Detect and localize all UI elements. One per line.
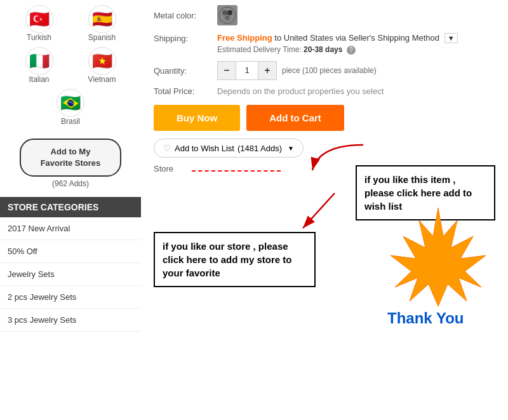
starburst-icon [387,205,489,306]
brasil-flag-icon: 🇧🇷 [57,89,84,117]
add-to-wishlist-button[interactable]: ♡ Add to Wish List (1481 Adds) ▼ [154,139,304,158]
shipping-dropdown[interactable]: ▼ [444,33,458,43]
metal-color-row: Metal color: [154,5,498,25]
thank-you-text: Thank You !!! [387,308,464,332]
store-annotation-box: if you like our store , please click her… [154,232,316,287]
shipping-label: Shipping: [154,33,217,43]
category-item-50off[interactable]: 50% Off [0,240,141,263]
flag-label-vietnam: Vietnam [88,75,116,84]
italian-flag-icon: 🇮🇹 [25,47,53,75]
svg-point-2 [227,10,232,15]
flag-label-turkish: Turkish [27,33,51,42]
shipping-info: Free Shipping to United States via Selle… [217,33,498,55]
category-item-new-arrival[interactable]: 2017 New Arrival [0,217,141,240]
metal-color-swatch[interactable] [217,5,237,25]
help-icon[interactable]: ? [347,46,356,55]
buy-now-button[interactable]: Buy Now [154,105,240,131]
quantity-increase-button[interactable]: + [258,62,276,79]
fav-adds-count: (962 Adds) [52,179,89,188]
category-list: 2017 New Arrival 50% Off Jewelry Sets 2 … [0,217,141,332]
quantity-note: piece (100 pieces available) [282,66,377,75]
spanish-flag-icon: 🇪🇸 [88,5,116,33]
metal-swatch-icon [218,6,236,24]
store-link-line [192,170,281,172]
add-to-cart-button[interactable]: Add to Cart [246,105,344,131]
store-label: Store [154,164,192,173]
vietnam-flag-icon: 🇻🇳 [88,47,116,75]
svg-point-3 [225,15,230,20]
svg-marker-7 [391,208,486,306]
main-content: Metal color: Shipping: Free Shipping to … [141,0,508,332]
delivery-time-row: Estimated Delivery Time: 20-38 days ? [217,45,498,55]
flag-item-brasil[interactable]: 🇧🇷 Brasil [57,89,84,126]
quantity-label: Quantity: [154,66,217,76]
quantity-row: Quantity: − 1 + piece (100 pieces availa… [154,61,498,80]
flag-grid: 🇹🇷 Turkish 🇪🇸 Spanish 🇮🇹 Italian 🇻🇳 Viet… [0,0,141,133]
flag-item-turkish[interactable]: 🇹🇷 Turkish [10,5,68,42]
svg-point-1 [222,10,227,15]
category-item-jewelry-sets[interactable]: Jewelry Sets [0,263,141,286]
metal-color-label: Metal color: [154,11,217,20]
flag-label-italian: Italian [29,75,49,84]
total-price-row: Total Price: Depends on the product prop… [154,86,498,96]
shipping-free-text: Free Shipping to United States via Selle… [217,33,498,43]
total-price-value: Depends on the product properties you se… [217,86,384,96]
sidebar: 🇹🇷 Turkish 🇪🇸 Spanish 🇮🇹 Italian 🇻🇳 Viet… [0,0,141,332]
add-favorite-stores-button[interactable]: Add to My Favorite Stores [20,139,121,177]
store-arrow-icon [297,187,347,238]
total-price-label: Total Price: [154,86,217,96]
flag-label-brasil: Brasil [61,117,80,126]
add-fav-wrapper: Add to My Favorite Stores (962 Adds) [0,133,141,191]
quantity-controls: − 1 + [217,61,277,80]
store-categories-header: STORE CATEGORIES [0,197,141,217]
thank-you-starburst: Thank You !!! [387,205,489,306]
action-buttons-row: Buy Now Add to Cart [154,105,498,131]
flag-item-spanish[interactable]: 🇪🇸 Spanish [73,5,131,42]
quantity-decrease-button[interactable]: − [218,62,236,79]
flag-item-italian[interactable]: 🇮🇹 Italian [10,47,68,84]
turkish-flag-icon: 🇹🇷 [25,5,53,33]
heart-icon: ♡ [163,143,171,153]
svg-line-6 [303,193,335,228]
shipping-row: Shipping: Free Shipping to United States… [154,33,498,55]
quantity-value: 1 [236,62,258,79]
shipping-section: Shipping: Free Shipping to United States… [154,33,498,55]
category-item-2pcs[interactable]: 2 pcs Jewelry Sets [0,286,141,309]
wishlist-dropdown-icon: ▼ [288,145,294,152]
flag-label-spanish: Spanish [88,33,116,42]
category-item-3pcs[interactable]: 3 pcs Jewelry Sets [0,309,141,332]
flag-item-vietnam[interactable]: 🇻🇳 Vietnam [73,47,131,84]
